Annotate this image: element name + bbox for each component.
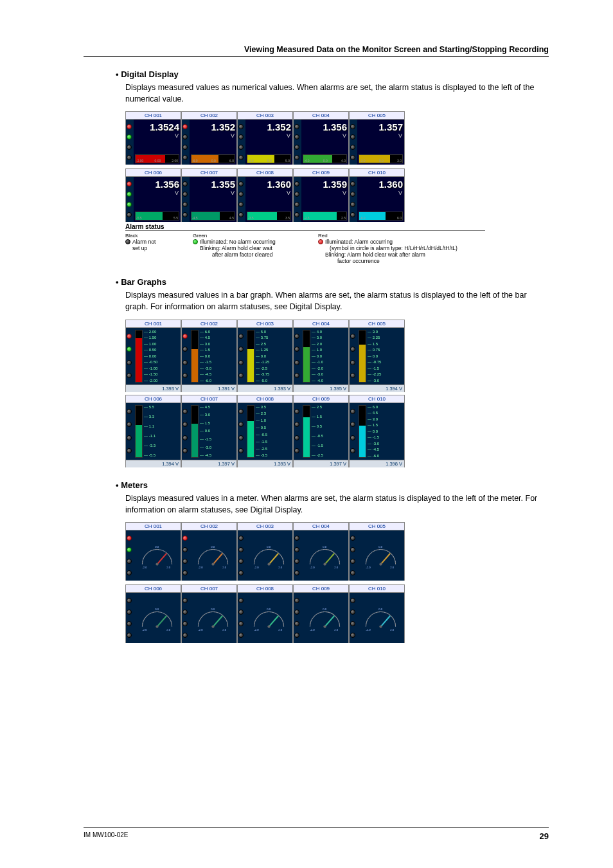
digital-display-panel: CH 001 1.3524 V -2.000.002.00 CH 002 [125,111,405,222]
alarm-indicator-black [238,422,244,427]
bargraph-footer-value: 1.394 V [350,384,404,392]
meter-cell: CH 007 -2.0 0.0 2.0 [181,585,237,643]
meter-gauge-icon: -2.0 0.0 2.0 [249,602,289,635]
alarm-indicator-black [182,633,188,638]
bargraph-footer-value: 1.395 V [294,384,348,392]
svg-text:2.0: 2.0 [390,566,394,569]
alarm-indicator-black [294,181,299,186]
meter-gauge-icon: -2.0 0.0 2.0 [193,540,233,572]
digital-cell: CH 008 1.360 V -3.53.5 [237,169,293,222]
meters-body: Displays measured values in a meter. Whe… [125,493,549,516]
channel-header: CH 008 [238,395,292,403]
alarm-column [182,177,190,222]
svg-text:0.0: 0.0 [323,608,326,611]
alarm-indicator-black [182,212,188,217]
channel-header: CH 003 [238,112,292,120]
alarm-indicator-black [350,192,355,197]
svg-text:0.0: 0.0 [378,545,382,548]
alarm-column [294,403,301,460]
svg-text:2.0: 2.0 [334,628,338,631]
svg-point-6 [211,563,214,565]
alarm-indicator-black [127,448,132,453]
meter-gauge-icon: -2.0 0.0 2.0 [305,602,345,635]
digital-unit: V [190,190,236,196]
channel-header: CH 006 [126,585,181,593]
digital-display-body: Displays measured values as numerical va… [125,82,549,105]
meter-cell: CH 006 -2.0 0.0 2.0 [125,585,181,643]
alarm-indicator-black [350,212,355,217]
alarm-column [350,593,357,643]
alarm-dot-red [318,239,323,244]
footer-page-number: 29 [540,831,549,841]
meter-gauge-icon: -2.0 0.0 2.0 [360,602,401,635]
alarm-column [350,403,357,460]
alarm-indicator-black [238,448,244,453]
alarm-column [294,328,301,384]
alarm-indicator-black [182,360,188,365]
svg-point-36 [267,625,270,628]
svg-text:0.0: 0.0 [211,608,215,611]
alarm-dot-black [125,239,130,244]
alarm-indicator-black [350,360,355,365]
bargraph-cell: CH 007 — 4.5— 3.0— 1.5— 0.0— -1.5— -3.0—… [181,395,237,467]
alarm-column [182,593,190,643]
alarm-column [238,120,245,165]
svg-line-0 [157,554,167,565]
alarm-indicator-black [350,621,355,626]
channel-header: CH 006 [126,169,181,177]
alarm-column [126,328,134,384]
alarm-indicator-black [127,610,132,615]
alarm-indicator-black [294,192,299,197]
alarm-column [182,403,190,460]
alarm-indicator-red [127,334,132,339]
alarm-indicator-black [294,212,299,217]
alarm-indicator-black [182,448,188,453]
alarm-indicator-black [238,202,244,207]
digital-unit: V [245,132,292,139]
digital-cell: CH 003 1.352 V -5.00.05.0 [237,112,293,165]
bargraph-cell: CH 006 — 5.5— 3.3— 1.1— -1.1— -3.3— -5.5… [125,395,181,467]
digital-value: 1.356 [134,177,181,190]
channel-header: CH 008 [238,169,292,177]
alarm-indicator-black [294,633,299,638]
alarm-indicator-black [294,621,299,626]
channel-header: CH 010 [350,395,404,403]
channel-header: CH 007 [182,395,236,403]
svg-line-25 [157,616,167,627]
svg-point-41 [323,625,326,628]
alarm-indicator-black [294,570,299,575]
alarm-indicator-black [294,422,299,427]
svg-point-1 [155,563,158,565]
alarm-indicator-black [182,192,188,197]
channel-header: CH 001 [126,320,181,328]
alarm-indicator-black [238,360,244,365]
svg-text:0.0: 0.0 [323,545,326,548]
digital-value: 1.360 [245,177,292,190]
alarm-green-text1: Illuminated: No alarm occurring [200,239,276,245]
vertical-bar [191,405,199,458]
bargraph-footer-value: 1.394 V [126,460,181,467]
alarm-indicator-black [127,155,132,160]
digital-unit: V [357,190,404,196]
meter-gauge-icon: -2.0 0.0 2.0 [193,602,233,635]
alarm-indicator-black [294,559,299,564]
alarm-column [238,328,245,384]
footer-doc-id: IM MW100-02E [84,831,128,841]
digital-value: 1.360 [357,177,404,190]
alarm-column [126,593,134,643]
alarm-indicator-black [238,536,244,541]
alarm-indicator-black [238,559,244,564]
digital-value: 1.357 [357,120,404,132]
alarm-indicator-black [127,212,132,217]
alarm-indicator-black [294,347,299,352]
alarm-indicator-black [350,134,355,140]
alarm-column [350,328,357,384]
alarm-indicator-black [238,155,244,160]
channel-header: CH 010 [350,169,404,177]
svg-line-10 [269,554,279,565]
alarm-indicator-red [182,124,188,129]
vertical-bar [359,405,366,458]
alarm-indicator-black [238,547,244,552]
vertical-bar [247,330,254,383]
svg-text:-2.0: -2.0 [142,566,147,569]
